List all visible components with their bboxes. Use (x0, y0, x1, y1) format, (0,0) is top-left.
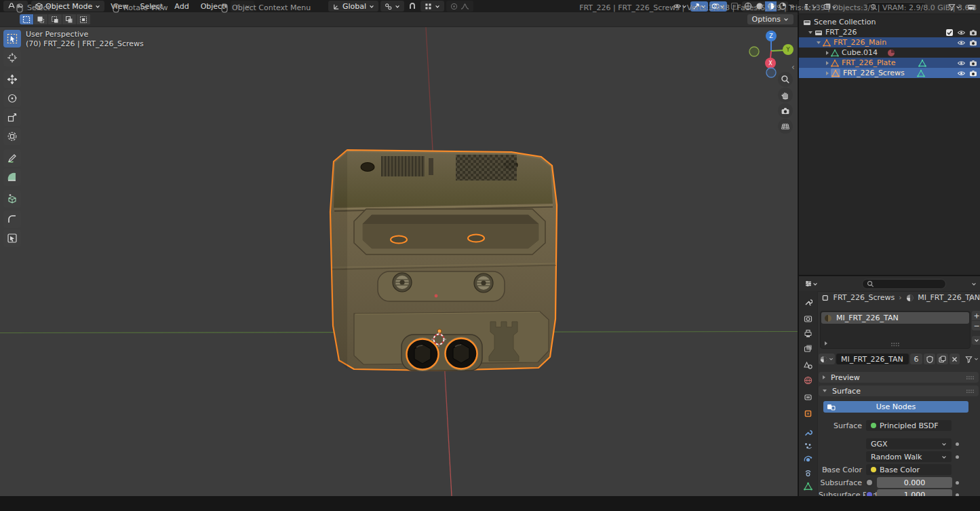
viewport-options-dropdown[interactable]: Options (747, 14, 793, 24)
transform-orientation-dropdown[interactable]: Global (328, 1, 378, 12)
preview-panel-header[interactable]: Preview (819, 372, 979, 383)
select-mode-subtract-button[interactable] (48, 14, 62, 24)
gizmo-minus-z-axis[interactable] (766, 68, 776, 77)
ortho-toggle-button[interactable] (778, 119, 793, 134)
select-mode-intersect-button[interactable] (77, 14, 91, 24)
outliner-row-cube014[interactable]: Cube.014 (799, 48, 980, 58)
add-slot-button[interactable]: + (972, 311, 980, 320)
new-material-button[interactable] (937, 354, 948, 364)
surface-panel-header[interactable]: Surface (819, 385, 979, 396)
outliner-row-scene-collection[interactable]: Scene Collection (799, 17, 980, 27)
grip-icon[interactable] (890, 341, 900, 347)
snap-toggle[interactable] (406, 1, 418, 12)
tab-world[interactable] (800, 373, 816, 387)
eye-icon[interactable] (957, 29, 966, 37)
properties-editor-type-button[interactable] (802, 279, 820, 289)
object-frt226[interactable] (327, 144, 561, 375)
eye-icon[interactable] (957, 69, 966, 77)
tool-extra-2[interactable] (3, 229, 21, 247)
tool-transform[interactable] (3, 128, 21, 145)
breadcrumb-object[interactable]: FRT_226_Screws (834, 293, 895, 302)
slot-specials-arrow-icon[interactable] (825, 341, 827, 345)
menu-add[interactable]: Add (169, 1, 194, 12)
expand-arrow-icon[interactable] (808, 31, 812, 34)
navigation-gizmo[interactable]: Z Y X (749, 31, 793, 77)
material-slot-list[interactable]: MI_FRT_226_TAN (820, 311, 971, 349)
users-count-button[interactable]: 6 (910, 354, 922, 364)
select-mode-invert-button[interactable] (62, 14, 77, 24)
pin-icon[interactable] (967, 294, 975, 301)
eye-icon[interactable] (957, 59, 966, 67)
browse-material-button[interactable] (819, 354, 835, 364)
animate-dot[interactable] (956, 455, 959, 459)
tab-view-layer[interactable] (800, 341, 816, 356)
subsurface-radius-slider[interactable]: 1.000 (877, 489, 952, 496)
tool-add-cube[interactable] (3, 190, 21, 208)
expand-arrow-icon[interactable] (825, 468, 828, 472)
pan-hand-button[interactable] (778, 88, 793, 102)
proportional-editing-group[interactable] (446, 1, 473, 12)
tool-select-box[interactable] (3, 30, 21, 48)
expand-arrow-icon[interactable] (817, 41, 821, 44)
grip-icon[interactable] (966, 388, 975, 394)
tab-render[interactable] (800, 311, 816, 326)
outliner-row-frt226[interactable]: FRT_226 (799, 27, 980, 37)
unlink-material-button[interactable] (949, 354, 960, 364)
slot-specials-dropdown[interactable] (972, 336, 980, 345)
select-mode-new-button[interactable] (20, 14, 34, 24)
checkbox-icon[interactable] (945, 29, 954, 37)
select-mode-extend-button[interactable] (34, 14, 48, 24)
tool-scale[interactable] (3, 109, 21, 126)
collapsed-arrow-icon[interactable] (826, 61, 829, 65)
fake-user-button[interactable] (924, 354, 935, 364)
tab-collection-properties[interactable] (800, 390, 816, 404)
pivot-point-dropdown[interactable] (380, 1, 404, 12)
collapsed-arrow-icon[interactable] (826, 51, 829, 55)
camera-icon[interactable] (969, 39, 977, 47)
outliner-row-frt226-main[interactable]: FRT_226_Main (799, 37, 980, 48)
properties-search-input[interactable] (862, 279, 946, 289)
tool-measure[interactable] (3, 168, 21, 186)
tab-scene[interactable] (800, 358, 816, 373)
tab-particles[interactable] (800, 439, 816, 453)
tab-tool[interactable] (800, 295, 816, 309)
tool-rotate[interactable] (3, 90, 21, 107)
outliner-row-frt226-screws[interactable]: FRT_226_Screws (799, 68, 980, 78)
screw-head-outline-left[interactable] (391, 236, 407, 244)
tool-annotate[interactable] (3, 149, 21, 167)
tab-physics[interactable] (800, 453, 816, 467)
collapsed-arrow-icon[interactable] (826, 71, 829, 75)
gizmo-minus-y-axis[interactable] (749, 47, 759, 56)
viewport-3d[interactable]: Z Y X (0, 27, 798, 496)
selected-screw-right[interactable] (444, 337, 478, 371)
camera-view-button[interactable] (778, 103, 793, 118)
material-slot-item[interactable]: MI_FRT_226_TAN (821, 312, 969, 324)
animate-dot[interactable] (956, 493, 959, 497)
zoom-button[interactable] (778, 72, 793, 87)
camera-icon[interactable] (969, 59, 977, 67)
chevron-down-icon[interactable] (971, 282, 977, 286)
tool-extra-1[interactable] (3, 210, 21, 228)
tab-modifiers[interactable] (800, 425, 816, 440)
material-filter-dropdown[interactable] (965, 356, 979, 363)
eye-icon[interactable] (957, 39, 966, 47)
subsurface-slider[interactable]: 0.000 (877, 477, 952, 488)
camera-icon[interactable] (969, 29, 977, 37)
camera-icon[interactable] (969, 69, 977, 77)
base-color-field[interactable]: Base Color (866, 464, 952, 475)
grip-icon[interactable] (966, 375, 975, 381)
tab-output[interactable] (800, 326, 816, 341)
use-nodes-button[interactable]: Use Nodes (823, 401, 968, 413)
remove-slot-button[interactable]: − (972, 321, 980, 330)
tool-cursor[interactable] (3, 49, 21, 67)
animate-dot[interactable] (956, 442, 959, 446)
sss-method-dropdown[interactable]: Random Walk (866, 451, 952, 462)
distribution-dropdown[interactable]: GGX (866, 438, 952, 449)
material-name-field[interactable]: MI_FRT_226_TAN (836, 354, 909, 364)
sidebar-collapse-arrow[interactable]: ‹ (791, 62, 795, 72)
outliner-row-frt226-plate[interactable]: FRT_226_Plate (799, 58, 980, 68)
surface-shader-field[interactable]: Principled BSDF (866, 420, 952, 431)
tab-object[interactable] (800, 406, 816, 421)
screw-head-outline-right[interactable] (468, 235, 484, 242)
animate-dot[interactable] (956, 481, 959, 485)
